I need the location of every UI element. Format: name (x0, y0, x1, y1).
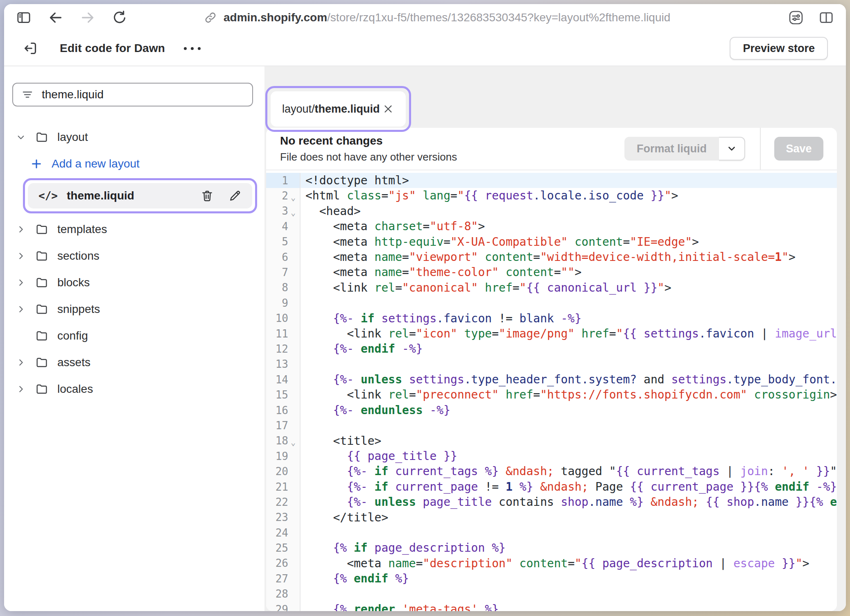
link-icon (204, 11, 217, 24)
code-line[interactable]: 21 {%- if current_page != 1 %} &ndash; P… (266, 479, 837, 494)
code-line[interactable]: 10 {%- if settings.favicon != blank -%} (266, 311, 837, 326)
split-view-icon[interactable] (818, 9, 834, 26)
browser-toolbar: admin.shopify.com/store/rzq1xu-f5/themes… (4, 4, 846, 31)
fold-chevron-icon[interactable]: ⌄ (288, 192, 298, 202)
line-number-gutter: 2⌄ (266, 188, 301, 203)
code-line[interactable]: 24 (266, 525, 837, 540)
sidebar-folder-sections[interactable]: sections (12, 246, 257, 266)
code-line[interactable]: 18⌄ <title> (266, 433, 837, 448)
folder-icon (35, 223, 48, 236)
line-number-gutter: 28 (266, 587, 301, 602)
sidebar-toggle-icon[interactable] (16, 9, 32, 26)
code-line[interactable]: 13 (266, 357, 837, 372)
line-number-gutter: 17 (266, 418, 301, 433)
folder-label: sections (57, 249, 99, 263)
folder-icon (35, 356, 48, 369)
add-new-layout-button[interactable]: Add a new layout (30, 154, 257, 174)
code-line[interactable]: 2⌄<html class="js" lang="{{ request.loca… (266, 188, 837, 203)
line-number-gutter: 27 (266, 571, 301, 586)
line-number-gutter: 14 (266, 372, 301, 387)
code-line[interactable]: 23 </title> (266, 510, 837, 525)
file-sidebar: layout Add a new layout </> theme.liquid (4, 66, 264, 611)
code-line[interactable]: 14 {%- unless settings.type_header_font.… (266, 372, 837, 387)
line-number-gutter: 12 (266, 341, 301, 356)
line-number-gutter: 11 (266, 326, 301, 341)
sidebar-folder-blocks[interactable]: blocks (12, 272, 257, 293)
line-number-gutter: 9 (266, 295, 301, 310)
close-icon[interactable] (382, 103, 394, 115)
line-number-gutter: 19 (266, 448, 301, 464)
code-line[interactable]: 26 <meta name="description" content="{{ … (266, 556, 837, 571)
sidebar-file-theme-liquid[interactable]: </> theme.liquid (28, 183, 252, 208)
sidebar-folder-config[interactable]: config (12, 326, 257, 346)
code-line[interactable]: 1<!doctype html> (266, 173, 837, 188)
sidebar-folder-assets[interactable]: assets (12, 352, 257, 373)
search-input[interactable] (42, 88, 244, 101)
code-line[interactable]: 20 {%- if current_tags %} &ndash; tagged… (266, 464, 837, 479)
code-line[interactable]: 25 {% if page_description %} (266, 540, 837, 555)
code-line[interactable]: 27 {% endif %} (266, 571, 837, 586)
code-line[interactable]: 11 <link rel="icon" type="image/png" hre… (266, 326, 837, 341)
save-button[interactable]: Save (774, 137, 823, 161)
code-line[interactable]: 9 (266, 295, 837, 310)
sidebar-folder-snippets[interactable]: snippets (12, 299, 257, 319)
line-number-gutter: 8 (266, 280, 301, 295)
line-number-gutter: 1 (266, 173, 301, 188)
sidebar-folder-templates[interactable]: templates (12, 219, 257, 240)
code-line[interactable]: 28 (266, 587, 837, 602)
code-line[interactable]: 22 {%- unless page_title contains shop.n… (266, 494, 837, 510)
fold-chevron-icon[interactable]: ⌄ (288, 437, 298, 447)
format-options-dropdown[interactable] (719, 137, 745, 161)
fold-chevron-icon[interactable]: ⌄ (288, 208, 298, 217)
code-line[interactable]: 5 <meta http-equiv="X-UA-Compatible" con… (266, 234, 837, 249)
code-line[interactable]: 7 <meta name="theme-color" content=""> (266, 265, 837, 280)
folder-label: templates (57, 223, 107, 236)
tab-highlight-ring: layout/theme.liquid (265, 86, 411, 132)
code-file-icon: </> (38, 190, 58, 202)
format-liquid-button[interactable]: Format liquid (624, 137, 719, 161)
chevron-right-icon (16, 385, 25, 394)
code-line[interactable]: 4 <meta charset="utf-8"> (266, 219, 837, 234)
preview-store-button[interactable]: Preview store (730, 37, 828, 60)
line-number-gutter: 22 (266, 494, 301, 510)
code-line[interactable]: 16 {%- endunless -%} (266, 403, 837, 418)
folder-label: assets (57, 356, 90, 369)
line-number-gutter: 26 (266, 556, 301, 571)
file-search[interactable] (12, 83, 253, 106)
code-editor[interactable]: 1<!doctype html>2⌄<html class="js" lang=… (266, 170, 837, 611)
code-line[interactable]: 6 <meta name="viewport" content="width=d… (266, 249, 837, 265)
exit-editor-icon[interactable] (22, 40, 38, 57)
format-liquid-split-button: Format liquid (624, 137, 745, 161)
reload-icon[interactable] (111, 9, 128, 26)
folder-label: config (57, 329, 88, 342)
sidebar-folder-layout[interactable]: layout (12, 127, 257, 147)
version-status-subtitle: File does not have any other versions (280, 151, 624, 163)
sidebar-folder-locales[interactable]: locales (12, 379, 257, 399)
back-icon[interactable] (47, 9, 64, 26)
version-status-title: No recent changes (280, 134, 624, 147)
line-number-gutter: 23 (266, 510, 301, 525)
code-line[interactable]: 19 {{ page_title }} (266, 448, 837, 464)
line-number-gutter: 21 (266, 479, 301, 494)
folder-label: blocks (57, 276, 90, 289)
chevron-right-icon (16, 358, 25, 367)
more-actions-icon[interactable] (184, 47, 201, 50)
folder-label: layout (57, 131, 88, 144)
url-text: admin.shopify.com/store/rzq1xu-f5/themes… (224, 11, 670, 24)
code-line[interactable]: 3⌄ <head> (266, 204, 837, 219)
forward-icon[interactable] (79, 9, 96, 26)
editor-card: No recent changes File does not have any… (266, 128, 837, 611)
code-line[interactable]: 8 <link rel="canonical" href="{{ canonic… (266, 280, 837, 295)
tab-theme-liquid[interactable]: layout/theme.liquid (271, 91, 406, 127)
code-line[interactable]: 17 (266, 418, 837, 433)
address-bar[interactable]: admin.shopify.com/store/rzq1xu-f5/themes… (143, 11, 780, 24)
code-line[interactable]: 29 {% render 'meta-tags' %} (266, 602, 837, 611)
code-line[interactable]: 15 <link rel="preconnect" href="https://… (266, 387, 837, 402)
app-header: Edit code for Dawn Preview store (4, 31, 846, 66)
file-highlight-ring: </> theme.liquid (23, 178, 257, 213)
page-settings-icon[interactable] (788, 9, 804, 26)
folder-icon (35, 276, 48, 289)
trash-icon[interactable] (201, 189, 214, 202)
edit-pencil-icon[interactable] (228, 189, 242, 202)
code-line[interactable]: 12 {%- endif -%} (266, 341, 837, 356)
